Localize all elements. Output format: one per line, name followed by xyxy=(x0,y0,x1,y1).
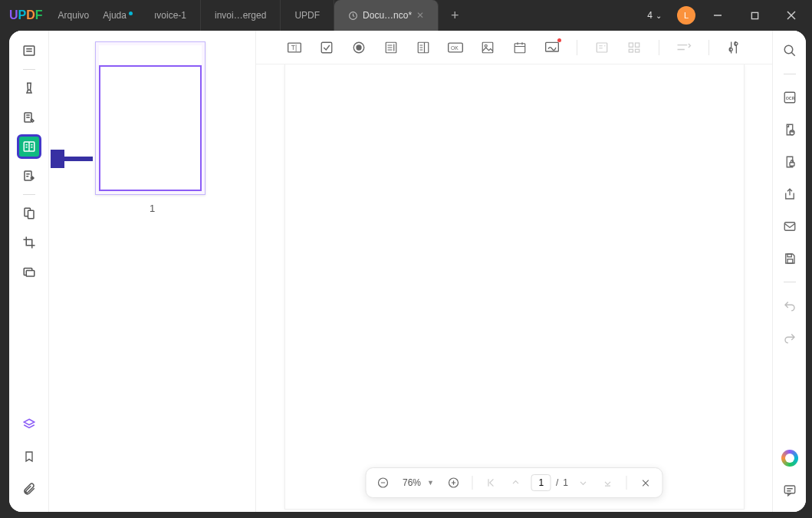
zoom-in-button[interactable] xyxy=(445,473,463,492)
crop-icon[interactable] xyxy=(17,230,41,255)
ai-assistant-icon[interactable] xyxy=(779,447,800,469)
page-input[interactable] xyxy=(531,474,551,491)
signature-field-icon[interactable] xyxy=(541,37,563,58)
next-page-button[interactable] xyxy=(574,473,593,492)
svg-point-45 xyxy=(485,45,487,47)
listbox-icon[interactable] xyxy=(413,37,434,58)
page-total: 1 xyxy=(563,477,568,488)
tab-item[interactable]: ıvoice-1 xyxy=(140,0,201,31)
protect-icon[interactable] xyxy=(779,151,800,173)
tab-item[interactable]: invoi…erged xyxy=(201,0,281,31)
svg-point-31 xyxy=(357,45,361,50)
alignment-icon[interactable] xyxy=(623,37,645,58)
tab-item[interactable]: UPDF xyxy=(281,0,334,31)
svg-rect-82 xyxy=(784,486,795,493)
document-page[interactable] xyxy=(284,64,745,510)
bookmark-icon[interactable] xyxy=(17,444,41,469)
redo-icon[interactable] xyxy=(779,327,800,348)
logo-letter: U xyxy=(9,8,18,21)
search-icon[interactable] xyxy=(779,40,800,61)
tools-icon[interactable] xyxy=(723,37,745,58)
close-bar-button[interactable] xyxy=(636,473,655,492)
tab-count[interactable]: 4 ⌄ xyxy=(639,10,669,21)
redact-icon[interactable] xyxy=(17,259,41,284)
email-icon[interactable] xyxy=(779,216,800,237)
attachment-icon[interactable] xyxy=(17,477,41,501)
svg-rect-77 xyxy=(790,163,794,167)
save-icon[interactable] xyxy=(779,248,800,269)
reader-mode-icon[interactable] xyxy=(17,38,41,63)
separator xyxy=(708,40,709,55)
close-icon[interactable]: ✕ xyxy=(416,10,424,21)
image-field-icon[interactable] xyxy=(477,37,498,58)
svg-rect-80 xyxy=(787,254,791,257)
chevron-down-icon: ⌄ xyxy=(656,12,662,20)
date-field-icon[interactable] xyxy=(509,37,531,58)
close-button[interactable] xyxy=(777,0,806,31)
svg-rect-2 xyxy=(751,12,758,18)
separator xyxy=(23,69,35,70)
separator xyxy=(23,194,35,195)
separator xyxy=(577,40,577,55)
form-mode-icon[interactable] xyxy=(17,134,41,159)
zoom-out-button[interactable] xyxy=(373,473,392,492)
logo-letter: F xyxy=(35,8,43,21)
maximize-button[interactable] xyxy=(740,0,769,31)
page-thumbnail[interactable] xyxy=(95,41,205,195)
svg-rect-81 xyxy=(787,259,793,263)
compare-icon[interactable] xyxy=(17,201,41,226)
tab-label: UPDF xyxy=(294,10,320,21)
menu-bar: Arquivo Ajuda xyxy=(58,10,127,21)
prev-page-button[interactable] xyxy=(507,473,525,492)
checkbox-icon[interactable] xyxy=(316,37,337,58)
right-sidebar: OCR xyxy=(772,31,806,512)
svg-rect-55 xyxy=(629,43,633,47)
separator xyxy=(784,74,796,74)
separator xyxy=(659,40,659,55)
page-sep: / xyxy=(556,477,558,488)
text-field-icon[interactable]: T| xyxy=(284,37,305,58)
dropdown-icon[interactable] xyxy=(380,37,402,58)
tab-order-icon[interactable] xyxy=(673,37,695,58)
svg-rect-51 xyxy=(597,43,607,52)
tab-label: ıvoice-1 xyxy=(154,10,186,21)
edit-text-icon[interactable] xyxy=(17,105,41,130)
add-tab-button[interactable]: + xyxy=(439,8,472,24)
svg-rect-23 xyxy=(26,271,35,277)
thumbnail-header xyxy=(99,45,202,65)
svg-point-62 xyxy=(735,42,738,45)
ocr-icon[interactable]: OCR xyxy=(779,87,800,108)
highlighter-icon[interactable] xyxy=(17,76,41,101)
sidebar-bottom xyxy=(17,412,41,512)
page-control-bar: 76% ▼ / 1 xyxy=(365,467,663,498)
tab-item-active[interactable]: Docu…nco* ✕ xyxy=(334,0,439,31)
chevron-down-icon: ▼ xyxy=(427,479,434,487)
organize-pages-icon[interactable] xyxy=(17,163,41,188)
menu-help[interactable]: Ajuda xyxy=(103,10,127,21)
user-avatar[interactable]: L xyxy=(677,6,695,25)
button-field-icon[interactable]: OK xyxy=(445,37,466,58)
menu-file[interactable]: Arquivo xyxy=(58,10,90,21)
last-page-button[interactable] xyxy=(599,473,617,492)
svg-point-72 xyxy=(784,45,793,54)
title-bar-right: 4 ⌄ L xyxy=(639,0,812,31)
page-viewport[interactable] xyxy=(256,64,772,512)
zoom-dropdown[interactable]: 76% ▼ xyxy=(398,477,439,488)
svg-rect-57 xyxy=(629,49,633,52)
layers-icon[interactable] xyxy=(17,412,41,437)
svg-rect-79 xyxy=(784,223,795,231)
radio-button-icon[interactable] xyxy=(348,37,370,58)
minimize-button[interactable] xyxy=(703,0,732,31)
first-page-button[interactable] xyxy=(482,473,501,492)
svg-text:OK: OK xyxy=(451,45,459,51)
svg-rect-56 xyxy=(636,43,639,47)
logo-letter: D xyxy=(26,8,35,21)
form-view-icon[interactable] xyxy=(591,37,613,58)
svg-rect-21 xyxy=(28,210,34,219)
separator xyxy=(626,476,627,490)
convert-icon[interactable] xyxy=(779,119,800,140)
undo-icon[interactable] xyxy=(779,295,800,316)
comments-icon[interactable] xyxy=(779,480,800,501)
share-icon[interactable] xyxy=(779,183,800,205)
count-value: 4 xyxy=(647,10,653,21)
